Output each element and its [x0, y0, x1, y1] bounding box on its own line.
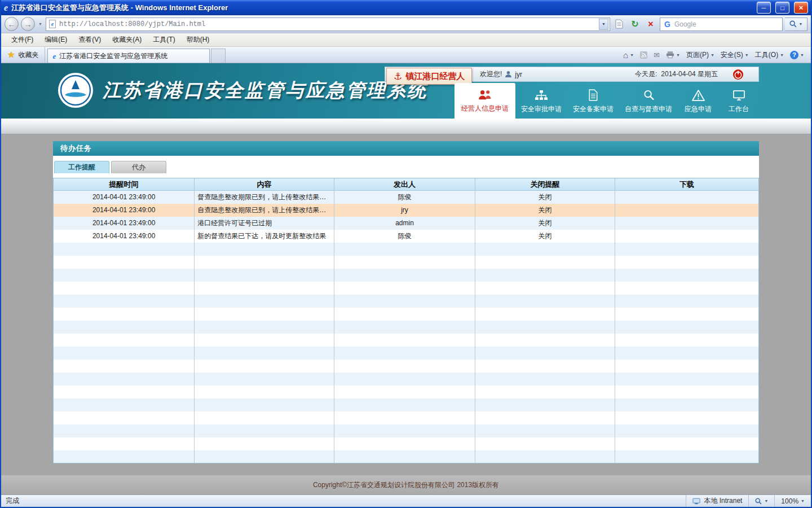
- mail-icon: ✉: [654, 51, 660, 59]
- address-dropdown-button[interactable]: ▼: [599, 19, 608, 30]
- table-row-empty: [54, 321, 759, 334]
- col-download: 下载: [615, 178, 758, 191]
- tools-menu-button[interactable]: 工具(O) ▼: [755, 50, 784, 60]
- menu-view[interactable]: 查看(V): [73, 33, 107, 46]
- minimize-button[interactable]: ─: [757, 2, 771, 14]
- document-icon: [588, 89, 598, 101]
- page-menu-button[interactable]: 页面(P) ▼: [686, 50, 714, 60]
- new-tab-button[interactable]: [211, 49, 226, 63]
- address-bar[interactable]: e http://localhost:8080/yjpt/Main.html ▼: [46, 17, 610, 31]
- title-bar: e 江苏省港口安全监管与应急管理系统 - Windows Internet Ex…: [1, 0, 811, 15]
- table-header-row: 提醒时间 内容 发出人 关闭提醒 下载: [54, 178, 759, 191]
- stop-button[interactable]: ×: [644, 17, 657, 31]
- cell-download: [615, 217, 758, 230]
- username: jyr: [515, 71, 522, 78]
- table-row-empty: [54, 398, 759, 411]
- intranet-icon: [692, 498, 700, 505]
- window-title: 江苏省港口安全监管与应急管理系统 - Windows Internet Expl…: [11, 3, 752, 13]
- cell-time: 2014-04-01 23:49:00: [54, 217, 195, 230]
- menu-edit[interactable]: 编辑(E): [39, 33, 73, 46]
- nav-safety-approval[interactable]: 安全审批申请: [515, 84, 567, 119]
- menu-favorites[interactable]: 收藏夹(A): [107, 33, 147, 46]
- cell-content: 督查隐患整改期限已到，请上传整改结果…: [195, 191, 334, 204]
- tab-title: 江苏省港口安全监管与应急管理系统: [59, 51, 167, 61]
- table-row: 2014-04-01 23:49:00 港口经营许可证号已过期 admin 关闭: [54, 217, 759, 230]
- home-button[interactable]: ⌂ ▼: [623, 51, 634, 59]
- printer-icon: [666, 51, 674, 59]
- cell-download: [615, 191, 758, 204]
- nav-safety-filing[interactable]: 安全备案申请: [567, 84, 619, 119]
- read-mail-button[interactable]: ✉: [654, 51, 660, 59]
- ie-window: e 江苏省港口安全监管与应急管理系统 - Windows Internet Ex…: [0, 0, 812, 508]
- favorites-button[interactable]: ★ 收藏夹: [1, 47, 45, 63]
- nav-workbench[interactable]: 工作台: [718, 84, 759, 119]
- table-row-empty: [54, 269, 759, 282]
- favorites-bar: ★ 收藏夹 e 江苏省港口安全监管与应急管理系统 ⌂ ▼ ✉ ▼ 页面(: [1, 47, 811, 63]
- welcome-group: 欢迎您! jyr: [480, 69, 522, 79]
- help-button[interactable]: ? ▼: [790, 51, 804, 59]
- role-name: 镇江港口经营人: [405, 71, 465, 82]
- tab-work-reminder[interactable]: 工作提醒: [54, 161, 109, 173]
- menu-file[interactable]: 文件(F): [6, 33, 39, 46]
- feeds-button[interactable]: [640, 51, 647, 59]
- org-chart-icon: [535, 89, 548, 101]
- nav-inspection[interactable]: 自查与督查申请: [619, 84, 678, 119]
- close-reminder-link[interactable]: 关闭: [538, 219, 551, 227]
- page-menu-dropdown-icon: ▼: [710, 53, 714, 57]
- nav-label: 安全备案申请: [573, 104, 614, 114]
- forward-button[interactable]: →: [21, 17, 35, 31]
- zoom-level-button[interactable]: 100% ▼: [774, 495, 811, 507]
- browser-tab[interactable]: e 江苏省港口安全监管与应急管理系统: [47, 49, 210, 63]
- close-reminder-link[interactable]: 关闭: [538, 206, 551, 214]
- task-table-body: 2014-04-01 23:49:00 督查隐患整改期限已到，请上传整改结果… …: [54, 191, 759, 463]
- print-button[interactable]: ▼: [666, 51, 680, 59]
- tab-favicon: e: [52, 52, 56, 60]
- security-zone[interactable]: 本地 Intranet: [686, 495, 748, 507]
- search-input[interactable]: Google: [674, 20, 778, 28]
- menu-bar: 文件(F) 编辑(E) 查看(V) 收藏夹(A) 工具(T) 帮助(H): [1, 33, 811, 47]
- search-box[interactable]: G Google: [660, 17, 783, 31]
- nav-label: 安全审批申请: [521, 104, 562, 114]
- search-icon: [789, 20, 797, 28]
- logout-button[interactable]: [732, 69, 744, 80]
- back-button[interactable]: ←: [5, 17, 19, 31]
- search-button[interactable]: ▼: [785, 17, 807, 31]
- table-row-empty: [54, 411, 759, 424]
- compatibility-view-button[interactable]: [612, 17, 626, 31]
- close-reminder-link[interactable]: 关闭: [538, 232, 551, 240]
- table-row-empty: [54, 256, 759, 269]
- cell-download: [615, 204, 758, 217]
- close-button[interactable]: ×: [794, 2, 808, 14]
- close-reminder-link[interactable]: 关闭: [538, 193, 551, 201]
- zoom-dropdown-icon: ▼: [764, 499, 768, 503]
- workstation-icon: [732, 89, 745, 101]
- ie-logo-icon: e: [4, 3, 8, 12]
- nav-operator-info[interactable]: 经营人信息申请: [454, 83, 515, 119]
- date-group: 今天是: 2014-04-04 星期五: [635, 69, 718, 79]
- page-menu-label: 页面(P): [686, 50, 709, 60]
- page-footer: Copyright©江苏省交通规划设计院股份有限公司 2013版权所有: [1, 475, 811, 494]
- address-toolbar: ← → ▼ e http://localhost:8080/yjpt/Main.…: [1, 15, 811, 33]
- page-icon: [615, 19, 623, 29]
- nav-label: 自查与督查申请: [625, 104, 672, 114]
- maximize-button[interactable]: □: [775, 2, 789, 14]
- menu-help[interactable]: 帮助(H): [181, 33, 215, 46]
- table-row-empty: [54, 424, 759, 437]
- refresh-button[interactable]: ↻: [628, 17, 642, 31]
- date-label: 今天是:: [635, 69, 657, 79]
- security-menu-label: 安全(S): [721, 50, 743, 60]
- nav-emergency[interactable]: 应急申请: [678, 84, 718, 119]
- nav-label: 应急申请: [685, 104, 712, 114]
- menu-tools[interactable]: 工具(T): [147, 33, 180, 46]
- zoom-menu-button[interactable]: ▼: [748, 495, 774, 507]
- zone-label: 本地 Intranet: [704, 496, 742, 506]
- power-icon: [732, 69, 744, 80]
- url-text[interactable]: http://localhost:8080/yjpt/Main.html: [59, 20, 595, 28]
- welcome-label: 欢迎您!: [480, 69, 502, 79]
- role-badge: ⚓ 镇江港口经营人: [386, 68, 472, 85]
- table-row-empty: [54, 334, 759, 347]
- tab-pending[interactable]: 代办: [111, 161, 166, 173]
- table-row-empty: [54, 360, 759, 373]
- security-menu-button[interactable]: 安全(S) ▼: [721, 50, 749, 60]
- history-dropdown-button[interactable]: ▼: [37, 22, 43, 26]
